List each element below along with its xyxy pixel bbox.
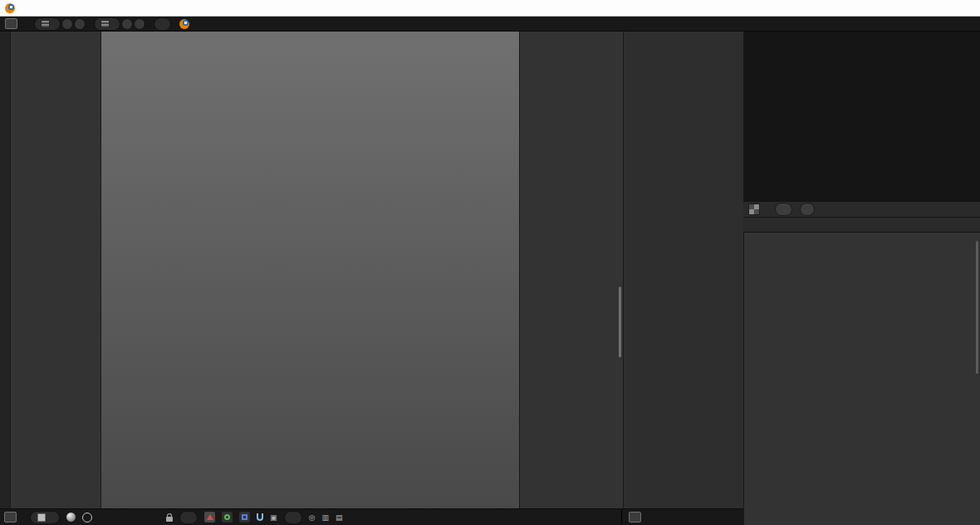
uv-editor-canvas[interactable] xyxy=(743,32,980,201)
manipulate-center-points-icon[interactable]: ◎ xyxy=(309,513,316,522)
scene-selector xyxy=(94,17,145,31)
delete-screen-button[interactable] xyxy=(74,18,86,30)
screen-layout-field[interactable] xyxy=(34,17,61,31)
opengl-render-icon[interactable]: ▥ xyxy=(321,513,329,522)
properties-editor xyxy=(743,233,980,525)
uv-editor-header xyxy=(743,201,980,218)
add-scene-button[interactable] xyxy=(121,18,133,30)
outliner-editor-type-icon[interactable] xyxy=(629,512,641,523)
npanel-scrollbar[interactable] xyxy=(619,287,621,357)
properties-scrollbar[interactable] xyxy=(976,241,978,374)
tool-shelf-tabs xyxy=(0,32,11,508)
snap-magnet-icon[interactable] xyxy=(257,513,263,521)
info-header xyxy=(0,17,980,32)
mode-dropdown[interactable] xyxy=(30,511,60,524)
scene-icon xyxy=(100,20,110,28)
uv-layout[interactable] xyxy=(744,32,980,201)
viewport-editor-type-icon[interactable] xyxy=(4,512,17,523)
viewport-header: ▣ ◎ ▥ ▤ xyxy=(0,508,621,525)
add-screen-button[interactable] xyxy=(61,18,73,30)
edit-mode-icon xyxy=(37,513,46,522)
lock-icon[interactable] xyxy=(166,517,173,522)
tool-shelf xyxy=(11,32,101,508)
scene-field[interactable] xyxy=(94,17,120,31)
opengl-render-anim-icon[interactable]: ▤ xyxy=(336,513,343,522)
manipulator-rotate-icon[interactable] xyxy=(222,512,233,523)
editor-type-icon[interactable] xyxy=(5,18,17,29)
open-image-button[interactable] xyxy=(800,203,815,216)
title-bar xyxy=(0,0,980,17)
view-properties-panel xyxy=(519,32,623,508)
render-engine-selector[interactable] xyxy=(154,17,171,31)
outliner xyxy=(623,32,743,508)
properties-header xyxy=(743,218,980,233)
blender-window: ▣ ◎ ▥ ▤ xyxy=(0,0,980,525)
proportional-edit-icon[interactable] xyxy=(82,513,92,523)
viewport-render[interactable] xyxy=(101,32,519,508)
snap-target-dropdown[interactable] xyxy=(284,511,302,524)
screen-layout-selector xyxy=(34,17,86,31)
viewport-canvas[interactable] xyxy=(101,32,519,508)
screen-icon xyxy=(41,20,50,28)
outliner-header xyxy=(621,508,743,525)
snap-element-icon[interactable]: ▣ xyxy=(270,513,277,522)
manipulator-translate-icon[interactable] xyxy=(204,512,215,523)
blender-icon xyxy=(179,19,189,29)
orientation-dropdown[interactable] xyxy=(179,511,198,524)
uv-editor-type-icon[interactable] xyxy=(748,204,760,215)
delete-scene-button[interactable] xyxy=(134,18,145,30)
new-image-button[interactable] xyxy=(775,203,792,216)
blender-logo-icon xyxy=(5,3,15,13)
manipulator-scale-icon[interactable] xyxy=(239,512,250,523)
viewport-shading-icon[interactable] xyxy=(66,513,76,522)
scene-statistics xyxy=(179,19,194,29)
